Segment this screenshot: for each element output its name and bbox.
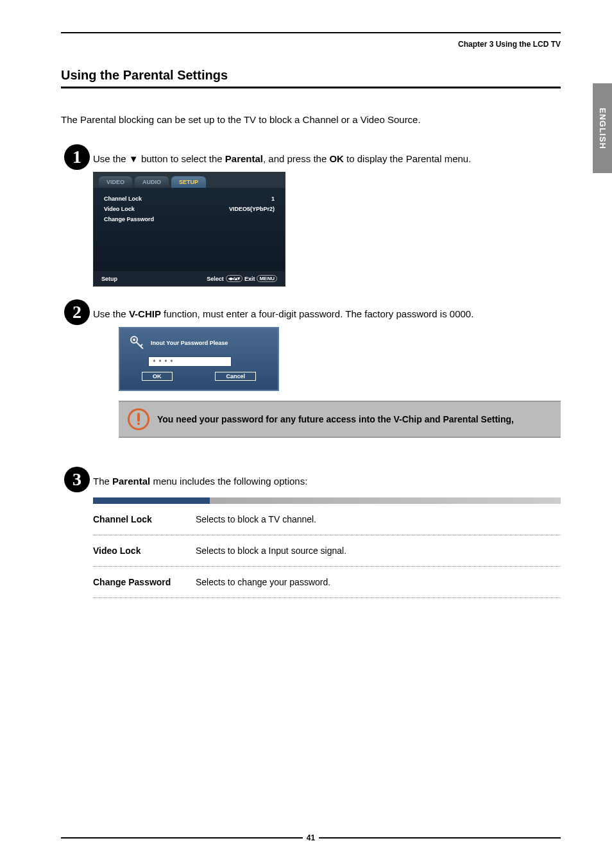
step-2-badge: 2 — [61, 299, 93, 325]
password-input: ＊＊＊＊ — [148, 356, 232, 367]
table-row: Change Password Selects to change your p… — [93, 567, 561, 598]
password-cancel-button: Cancel — [215, 372, 256, 381]
option-name: Channel Lock — [93, 514, 196, 524]
section-rule — [61, 87, 561, 88]
section-title: Using the Parental Settings — [61, 68, 561, 83]
osd-row-label: Video Lock — [104, 206, 135, 212]
warning-icon — [128, 408, 149, 430]
option-name: Change Password — [93, 577, 196, 587]
osd-row: Change Password — [104, 216, 275, 222]
option-name: Video Lock — [93, 546, 196, 556]
footer-rule — [61, 837, 303, 839]
option-desc: Selects to block a Input source signal. — [196, 546, 561, 556]
osd-row: Channel Lock 1 — [104, 196, 275, 202]
option-desc: Selects to change your password. — [196, 577, 561, 587]
osd-row: Video Lock VIDEO5(YPbPr2) — [104, 206, 275, 212]
step-number-icon: 3 — [64, 467, 90, 492]
osd-row-label: Channel Lock — [104, 196, 142, 202]
options-table-header-bar — [93, 497, 561, 504]
osd-footer-select: Select — [207, 276, 224, 282]
intro-text: The Parental blocking can be set up to t… — [61, 114, 561, 125]
osd-footer-left: Setup — [101, 276, 117, 282]
warning-note: You need your password for any future ac… — [119, 401, 561, 438]
password-dialog-title: Inout Your Password Please — [151, 340, 228, 346]
table-row: Video Lock Selects to block a Input sour… — [93, 535, 561, 567]
step-2: 2 Use the V-CHIP function, must enter a … — [61, 299, 561, 454]
step-3: 3 The Parental menu includes the followi… — [61, 467, 561, 598]
page-number: 41 — [303, 833, 319, 842]
step-1-text: Use the ▼ button to select the Parental,… — [93, 152, 561, 165]
lock-key-icon — [129, 335, 146, 351]
osd-tab-setup: SETUP — [171, 176, 206, 188]
step-1-badge: 1 — [61, 144, 93, 170]
svg-line-3 — [140, 344, 142, 346]
osd-footer-exit: Exit — [244, 276, 255, 282]
osd-tab-bar: VIDEO AUDIO SETUP — [94, 172, 285, 188]
language-tab: ENGLISH — [593, 83, 612, 173]
osd-tab-video: VIDEO — [99, 176, 132, 188]
table-row: Channel Lock Selects to block a TV chann… — [93, 504, 561, 535]
osd-footer: Setup Select ◂▸/▴▾ Exit MENU — [94, 271, 285, 286]
svg-point-1 — [133, 338, 135, 341]
osd-tab-audio: AUDIO — [135, 176, 169, 188]
footer-rule — [319, 837, 561, 839]
warning-text: You need your password for any future ac… — [157, 413, 514, 425]
password-dialog: Inout Your Password Please ＊＊＊＊ OK Cance… — [119, 327, 279, 391]
options-table: Channel Lock Selects to block a TV chann… — [93, 497, 561, 598]
step-3-text: The Parental menu includes the following… — [93, 474, 561, 488]
step-number-icon: 2 — [64, 299, 90, 325]
option-desc: Selects to block a TV channel. — [196, 514, 561, 524]
osd-footer-exit-key-icon: MENU — [257, 275, 277, 282]
osd-setup-screenshot: VIDEO AUDIO SETUP Channel Lock 1 Video L… — [93, 172, 285, 287]
top-rule — [61, 32, 561, 33]
osd-body: Channel Lock 1 Video Lock VIDEO5(YPbPr2)… — [94, 188, 285, 271]
password-ok-button: OK — [142, 372, 173, 381]
step-2-text: Use the V-CHIP function, must enter a fo… — [93, 307, 561, 321]
step-1: 1 Use the ▼ button to select the Parenta… — [61, 144, 561, 287]
step-3-badge: 3 — [61, 467, 93, 492]
step-number-icon: 1 — [64, 144, 90, 170]
osd-row-value: VIDEO5(YPbPr2) — [229, 206, 275, 212]
page-footer: 41 — [61, 833, 561, 842]
osd-row-label: Change Password — [104, 216, 154, 222]
osd-footer-select-keys-icon: ◂▸/▴▾ — [226, 275, 242, 282]
chapter-header: Chapter 3 Using the LCD TV — [61, 40, 561, 49]
osd-row-value: 1 — [271, 196, 275, 202]
